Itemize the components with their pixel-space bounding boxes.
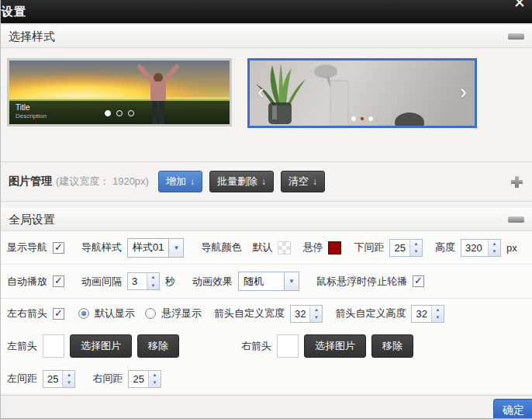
right-gap-spinner[interactable]: 25 ▲ ▼ xyxy=(128,370,161,388)
animation-settings-row: 自动播放 ✓ 动画间隔 3 ▲ ▼ 秒 动画效果 随机 ▼ xyxy=(1,265,532,299)
spinner-up-icon[interactable]: ▲ xyxy=(147,273,159,282)
margins-row: 左间距 25 ▲ ▼ 右间距 25 ▲ ▼ xyxy=(1,364,532,393)
pager-dot xyxy=(116,110,123,116)
default-color-swatch[interactable] xyxy=(278,241,291,255)
effect-label: 动画效果 xyxy=(192,275,233,289)
pause-on-hover-label: 鼠标悬浮时停止轮播 xyxy=(316,275,407,289)
clear-all-button[interactable]: 清空 ↓ xyxy=(281,171,325,192)
carousel-prev-icon[interactable]: ‹ xyxy=(257,81,264,102)
style-preview-1[interactable]: Title Description xyxy=(7,58,232,126)
spinner-buttons[interactable]: ▲ ▼ xyxy=(309,306,322,322)
expand-icon[interactable] xyxy=(511,176,523,188)
right-arrow-image-box[interactable] xyxy=(277,334,299,358)
left-arrow-remove-button[interactable]: 移除 xyxy=(137,334,179,358)
image-management-title: 图片管理 xyxy=(9,175,52,189)
custom-width-label: 箭头自定义宽度 xyxy=(214,306,285,320)
right-gap-label: 右间距 xyxy=(92,372,123,386)
right-arrow-select-image-button[interactable]: 选择图片 xyxy=(304,334,366,358)
preview1-pager-dots xyxy=(9,110,230,116)
collapse-icon[interactable] xyxy=(508,33,524,40)
pager-dot xyxy=(128,110,134,116)
left-arrow-select-image-button[interactable]: 选择图片 xyxy=(70,334,132,358)
nav-style-select[interactable]: 样式01 ▼ xyxy=(127,238,184,258)
nav-settings-row: 显示导航 ✓ 导航样式 样式01 ▼ 导航颜色 默认 悬停 xyxy=(1,231,532,265)
show-nav-checkbox[interactable]: ✓ xyxy=(53,242,64,254)
pager-dot xyxy=(368,116,373,121)
spinner-buttons[interactable]: ▲ ▼ xyxy=(431,306,444,322)
arrow-settings-row: 左右箭头 ✓ 默认显示 悬浮显示 箭头自定义宽度 32 ▲ ▼ xyxy=(1,299,532,328)
dialog-title: 设置 xyxy=(2,5,26,19)
radio-hover-label: 悬浮显示 xyxy=(161,306,202,320)
dialog-titlebar: 设置 ✕ xyxy=(1,0,532,23)
spinner-buttons[interactable]: ▲ ▼ xyxy=(62,371,74,387)
hover-color-swatch[interactable] xyxy=(328,241,341,255)
spinner-down-icon[interactable]: ▼ xyxy=(489,248,500,256)
radio-default-display[interactable] xyxy=(78,308,89,319)
arrow-width-spinner[interactable]: 32 ▲ ▼ xyxy=(290,305,323,323)
bottom-gap-spinner[interactable]: 25 ▲ ▼ xyxy=(389,239,422,257)
spinner-down-icon[interactable]: ▼ xyxy=(310,313,322,322)
left-arrow-label: 左箭头 xyxy=(7,339,37,353)
height-spinner[interactable]: 320 ▲ ▼ xyxy=(461,239,501,257)
spinner-up-icon[interactable]: ▲ xyxy=(432,306,444,314)
confirm-button[interactable]: 确定 xyxy=(493,399,532,419)
radio-default-label: 默认显示 xyxy=(95,306,135,320)
left-gap-spinner[interactable]: 25 ▲ ▼ xyxy=(43,370,75,388)
height-unit-label: px xyxy=(506,242,517,254)
close-icon[interactable]: ✕ xyxy=(513,0,526,10)
bottom-gap-label: 下间距 xyxy=(354,241,384,255)
spinner-buttons[interactable]: ▲ ▼ xyxy=(409,240,422,256)
arrows-label: 左右箭头 xyxy=(7,306,47,320)
style-section-title: 选择样式 xyxy=(9,29,55,44)
carousel-next-icon[interactable]: › xyxy=(460,81,467,102)
chevron-down-icon: ▼ xyxy=(174,244,180,251)
add-image-button[interactable]: 增加 ↓ xyxy=(158,171,202,192)
spinner-down-icon[interactable]: ▼ xyxy=(149,379,161,387)
nav-style-label: 导航样式 xyxy=(81,241,122,255)
chevron-down-icon: ▼ xyxy=(288,278,295,285)
spinner-down-icon[interactable]: ▼ xyxy=(410,248,422,256)
arrows-checkbox[interactable]: ✓ xyxy=(53,308,64,320)
right-arrow-remove-button[interactable]: 移除 xyxy=(371,334,413,358)
arrow-image-row: 左箭头 选择图片 移除 右箭头 选择图片 移除 xyxy=(1,328,532,364)
style-preview-2-selected[interactable]: ‹ › xyxy=(247,58,477,128)
spinner-down-icon[interactable]: ▼ xyxy=(63,379,74,387)
arrow-height-spinner[interactable]: 32 ▲ ▼ xyxy=(411,305,444,323)
pause-on-hover-checkbox[interactable]: ✓ xyxy=(413,275,424,287)
interval-unit-label: 秒 xyxy=(165,275,175,289)
right-arrow-label: 右箭头 xyxy=(241,339,271,353)
show-nav-label: 显示导航 xyxy=(7,241,47,255)
left-arrow-image-box[interactable] xyxy=(43,334,64,358)
height-label: 高度 xyxy=(435,241,455,255)
style-section-header: 选择样式 xyxy=(1,25,532,48)
select-arrow-button[interactable]: ▼ xyxy=(284,272,299,290)
autoplay-checkbox[interactable]: ✓ xyxy=(53,275,64,287)
interval-spinner[interactable]: 3 ▲ ▼ xyxy=(127,272,160,290)
spinner-up-icon[interactable]: ▲ xyxy=(63,371,74,379)
spinner-up-icon[interactable]: ▲ xyxy=(489,240,500,248)
spinner-buttons[interactable]: ▲ ▼ xyxy=(488,240,500,256)
interval-label: 动画间隔 xyxy=(81,275,122,289)
radio-hover-display[interactable] xyxy=(145,308,156,319)
nav-color-label: 导航颜色 xyxy=(201,241,241,255)
spinner-down-icon[interactable]: ▼ xyxy=(147,282,159,290)
spinner-up-icon[interactable]: ▲ xyxy=(149,371,161,379)
spinner-down-icon[interactable]: ▼ xyxy=(432,313,444,322)
pager-dot xyxy=(351,116,356,121)
dropdown-arrow-icon: ↓ xyxy=(261,176,266,187)
pager-dot-active xyxy=(105,110,111,116)
hover-color-label: 悬停 xyxy=(302,241,323,255)
collapse-icon[interactable] xyxy=(508,216,524,223)
spinner-buttons[interactable]: ▲ ▼ xyxy=(148,371,161,387)
select-arrow-button[interactable]: ▼ xyxy=(168,239,183,257)
spinner-up-icon[interactable]: ▲ xyxy=(310,306,322,314)
global-settings-body: 显示导航 ✓ 导航样式 样式01 ▼ 导航颜色 默认 悬停 xyxy=(1,231,532,393)
effect-select[interactable]: 随机 ▼ xyxy=(238,272,299,291)
spinner-up-icon[interactable]: ▲ xyxy=(410,240,422,248)
spinner-buttons[interactable]: ▲ ▼ xyxy=(147,273,159,289)
image-management-hint: (建议宽度： 1920px) xyxy=(56,175,149,189)
batch-delete-button[interactable]: 批量删除 ↓ xyxy=(209,171,274,192)
global-settings-title: 全局设置 xyxy=(9,213,55,227)
dropdown-arrow-icon: ↓ xyxy=(190,176,195,187)
pager-dot-active xyxy=(360,116,364,121)
